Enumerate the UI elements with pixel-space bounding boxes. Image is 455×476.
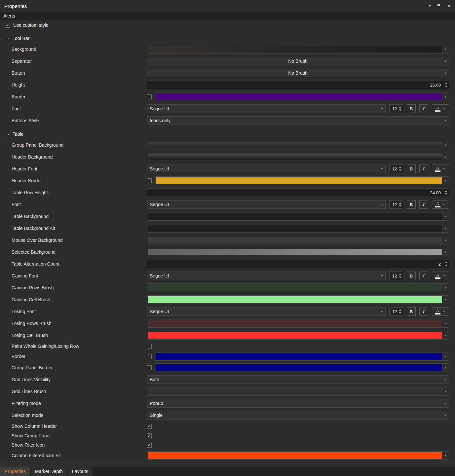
bold-button[interactable]: B xyxy=(407,200,416,209)
font-family-select[interactable]: Segoe UI xyxy=(147,200,386,209)
font-family-select[interactable]: Segoe UI xyxy=(147,272,386,280)
font-family-select[interactable]: Segoe UI xyxy=(147,307,386,316)
section-header-toolbar[interactable]: ▲ Tool Bar xyxy=(0,34,455,42)
font-size-stepper[interactable]: 12 xyxy=(389,165,403,173)
paint-whole-row-checkbox[interactable] xyxy=(147,344,152,349)
spin-up-icon[interactable] xyxy=(399,106,401,108)
border-checkbox[interactable] xyxy=(147,354,152,359)
brush-select[interactable] xyxy=(147,331,449,340)
font-color-button[interactable]: A xyxy=(432,200,449,209)
brush-select[interactable]: No Brush xyxy=(147,69,449,77)
spin-up-icon[interactable] xyxy=(445,83,447,84)
spin-up-icon[interactable] xyxy=(445,262,447,263)
spin-up-icon[interactable] xyxy=(445,190,447,192)
font-color-bar xyxy=(435,170,440,172)
row-label: Mouse Over Background xyxy=(0,238,147,243)
number-input[interactable]: 24.00 xyxy=(147,188,449,197)
brush-select[interactable] xyxy=(147,153,449,161)
italic-button[interactable]: I xyxy=(419,200,428,209)
brush-select[interactable] xyxy=(147,283,449,292)
number-input[interactable]: 2 xyxy=(147,260,449,268)
filtering-mode-select[interactable]: Popup xyxy=(147,399,449,408)
italic-button[interactable]: I xyxy=(419,272,428,280)
italic-button[interactable]: I xyxy=(419,165,428,173)
grid-lines-visibility-select[interactable]: Both xyxy=(147,375,449,384)
bold-button[interactable]: B xyxy=(407,307,416,316)
row-show-column-header: Show Column Header ✓ xyxy=(0,421,455,431)
brush-select[interactable] xyxy=(147,248,449,256)
brush-swatch xyxy=(148,320,442,327)
tab-properties[interactable]: Properties xyxy=(0,467,30,476)
brush-select[interactable] xyxy=(147,224,449,233)
color-select[interactable] xyxy=(155,92,449,101)
collapse-icon[interactable]: ▲ xyxy=(7,37,10,40)
use-custom-style-checkbox[interactable]: ✓ xyxy=(5,23,10,28)
font-color-button[interactable]: A xyxy=(432,104,449,113)
brush-select[interactable] xyxy=(147,212,449,221)
brush-select[interactable]: No Brush xyxy=(147,57,449,65)
brush-select[interactable] xyxy=(147,141,449,149)
brush-select[interactable] xyxy=(147,319,449,328)
number-input[interactable]: 26.00 xyxy=(147,81,449,89)
pin-icon[interactable] xyxy=(437,4,441,8)
spinner[interactable] xyxy=(443,81,449,89)
spin-up-icon[interactable] xyxy=(399,202,401,204)
spin-down-icon[interactable] xyxy=(445,86,447,87)
italic-button[interactable]: I xyxy=(419,104,428,113)
property-grid: ✓ Use custom style ▲ Tool Bar Background… xyxy=(0,20,455,461)
bold-button[interactable]: B xyxy=(407,165,416,173)
spin-down-icon[interactable] xyxy=(399,276,401,278)
collapse-icon[interactable]: ▲ xyxy=(7,133,10,136)
border-checkbox[interactable] xyxy=(147,94,152,99)
row-group-panel-border: Group Panel Border xyxy=(0,362,455,374)
spin-up-icon[interactable] xyxy=(399,166,401,168)
show-group-panel-checkbox[interactable]: ✓ xyxy=(147,433,152,438)
row-toolbar-buttons-style: Buttons Style Icons only xyxy=(0,115,455,127)
panel-menu-dropdown-icon[interactable]: ▼ xyxy=(428,4,431,8)
brush-select[interactable] xyxy=(147,45,449,54)
brush-select[interactable] xyxy=(147,387,449,396)
spin-down-icon[interactable] xyxy=(445,265,447,266)
color-select[interactable] xyxy=(155,352,449,361)
font-color-button[interactable]: A xyxy=(432,165,449,173)
spin-up-icon[interactable] xyxy=(399,274,401,275)
section-header-table[interactable]: ▲ Table xyxy=(0,130,455,138)
spin-down-icon[interactable] xyxy=(399,109,401,111)
border-checkbox[interactable] xyxy=(147,178,152,183)
italic-button[interactable]: I xyxy=(419,307,428,316)
font-size-stepper[interactable]: 12 xyxy=(389,307,403,316)
tab-market-depth[interactable]: Market Depth xyxy=(31,467,67,476)
bold-button[interactable]: B xyxy=(407,272,416,280)
show-column-header-checkbox[interactable]: ✓ xyxy=(147,424,152,429)
font-family-select[interactable]: Segoe UI xyxy=(147,104,386,113)
spin-down-icon[interactable] xyxy=(399,169,401,171)
font-color-button[interactable]: A xyxy=(432,307,449,316)
selection-mode-select[interactable]: Single xyxy=(147,411,449,420)
font-size-stepper[interactable]: 12 xyxy=(389,200,403,209)
dropdown-arrow-icon xyxy=(442,402,449,405)
tab-layouts[interactable]: Layouts xyxy=(68,467,93,476)
spin-up-icon[interactable] xyxy=(399,309,401,311)
dropdown-arrow-icon xyxy=(442,310,446,313)
close-icon[interactable]: ✕ xyxy=(447,3,451,9)
color-select[interactable] xyxy=(155,176,449,185)
row-label: Show Group Panel xyxy=(0,433,147,438)
font-color-button[interactable]: A xyxy=(432,272,449,280)
border-checkbox[interactable] xyxy=(147,365,152,370)
spin-down-icon[interactable] xyxy=(399,312,401,314)
spin-down-icon[interactable] xyxy=(445,193,447,195)
font-family-select[interactable]: Segoe UI xyxy=(147,165,386,173)
row-gaining-font: Gaining Font Segoe UI 12 B I A xyxy=(0,270,455,282)
number-value: 2 xyxy=(147,262,443,267)
brush-select[interactable] xyxy=(147,451,449,460)
color-select[interactable] xyxy=(155,363,449,372)
row-label: Table Row Height xyxy=(0,190,147,195)
buttons-style-select[interactable]: Icons only xyxy=(147,116,449,125)
bold-button[interactable]: B xyxy=(407,104,416,113)
brush-select[interactable] xyxy=(147,295,449,304)
brush-select[interactable] xyxy=(147,236,449,244)
spin-down-icon[interactable] xyxy=(399,205,401,207)
font-size-stepper[interactable]: 12 xyxy=(389,104,403,113)
show-filter-icon-checkbox[interactable]: ✓ xyxy=(147,443,152,448)
font-size-stepper[interactable]: 12 xyxy=(389,272,403,280)
